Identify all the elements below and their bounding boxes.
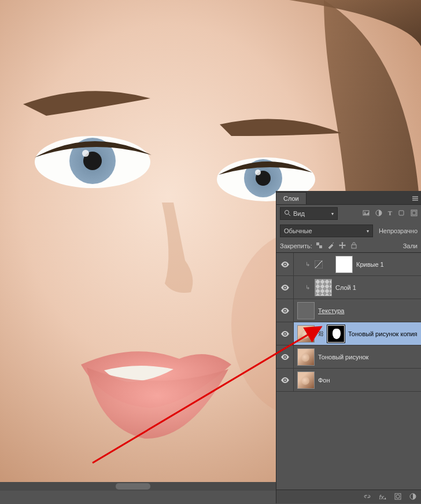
layer-list: ↳ ⛓ Кривые 1 ↳ Слой 1 [276,252,421,392]
brush-lock-icon[interactable] [327,242,334,250]
layer-name[interactable]: Тоновый рисунок [318,354,368,360]
link-layers-icon[interactable] [364,493,371,501]
scrollbar-thumb[interactable] [116,483,150,490]
layers-panel: Слои Вид ▾ T Обычные ▾ Непрозрач [276,191,421,503]
svg-point-4 [82,150,89,157]
layer-mask-thumbnail[interactable] [327,325,345,343]
panel-menu-icon[interactable] [409,193,421,204]
layer-name[interactable]: Кривые 1 [356,261,384,268]
visibility-toggle[interactable] [276,253,294,275]
svg-rect-17 [316,242,319,245]
layer-row-background[interactable]: Фон [276,369,421,392]
blend-mode-value: Обычные [284,227,312,234]
add-mask-icon[interactable] [394,493,401,501]
layer-row-texture[interactable]: Текстура [276,299,421,322]
smartobject-icon[interactable] [411,209,418,218]
svg-point-12 [364,212,365,213]
fx-icon[interactable]: fx▴ [379,494,386,501]
svg-point-24 [284,333,286,334]
layer-row-curves[interactable]: ↳ ⛓ Кривые 1 [276,253,421,276]
visibility-toggle[interactable] [276,369,294,391]
svg-point-25 [284,356,286,358]
opacity-label: Непрозрачно [379,227,418,234]
layer-row-tonal-copy[interactable]: ⛓ Тоновый рисунок копия [276,322,421,345]
search-icon [284,209,291,218]
horizontal-scrollbar[interactable] [0,482,276,491]
svg-rect-18 [319,245,322,248]
layer-name[interactable]: Текстура [318,307,344,314]
visibility-toggle[interactable] [276,345,294,368]
layer-thumbnail[interactable] [297,325,315,343]
layer-name[interactable]: Тоновый рисунок копия [348,330,418,337]
svg-point-10 [285,211,289,215]
image-icon[interactable] [363,209,370,218]
visibility-toggle[interactable] [276,299,294,322]
svg-point-26 [284,379,286,381]
type-icon[interactable]: T [388,209,392,218]
new-adjustment-icon[interactable] [409,493,416,501]
svg-point-8 [255,170,261,175]
link-icon[interactable]: ⛓ [326,261,332,267]
svg-rect-19 [352,245,356,248]
visibility-toggle[interactable] [276,322,294,345]
layer-name[interactable]: Фон [318,377,330,384]
layer-filter-dropdown[interactable]: Вид ▾ [280,207,338,220]
link-icon[interactable]: ⛓ [318,330,324,337]
shape-icon[interactable] [398,209,405,218]
blend-mode-dropdown[interactable]: Обычные ▾ [280,225,373,237]
layer-thumbnail[interactable] [297,348,315,366]
clip-indicator-icon: ↳ [304,284,311,290]
filter-type-label: Вид [293,210,305,217]
filter-row: Вид ▾ T [276,205,421,222]
svg-rect-16 [412,211,416,215]
lock-row: Закрепить: Зали [276,240,421,252]
svg-point-20 [284,263,286,265]
svg-point-28 [396,495,400,498]
tab-layers[interactable]: Слои [276,192,306,204]
svg-rect-14 [399,211,404,215]
layer-thumbnail[interactable] [297,302,315,319]
layer-thumbnail[interactable] [297,371,315,389]
layer-row-tonal[interactable]: Тоновый рисунок [276,345,421,369]
layers-bottom-toolbar: fx▴ [276,490,421,503]
panel-tab-bar: Слои [276,191,421,205]
layer-thumbnail[interactable] [315,279,332,296]
blend-row: Обычные ▾ Непрозрачно [276,222,421,240]
move-icon[interactable] [339,242,346,250]
svg-point-23 [284,310,286,311]
lock-label: Закрепить: [280,242,312,249]
chevron-down-icon: ▾ [331,211,334,216]
layer-mask-thumbnail[interactable] [335,256,353,273]
pixels-lock-icon[interactable] [316,242,323,250]
layer-row-layer1[interactable]: ↳ Слой 1 [276,276,421,299]
adjustment-icon[interactable] [375,209,382,218]
clip-indicator-icon: ↳ [304,261,311,267]
lock-icon[interactable] [350,242,357,250]
chevron-down-icon: ▾ [367,229,369,234]
fill-label: Зали [403,242,418,249]
visibility-toggle[interactable] [276,276,294,299]
svg-point-22 [284,286,286,288]
curves-adjustment-icon [315,260,323,268]
layer-name[interactable]: Слой 1 [335,284,356,291]
filter-icons: T [363,209,418,218]
